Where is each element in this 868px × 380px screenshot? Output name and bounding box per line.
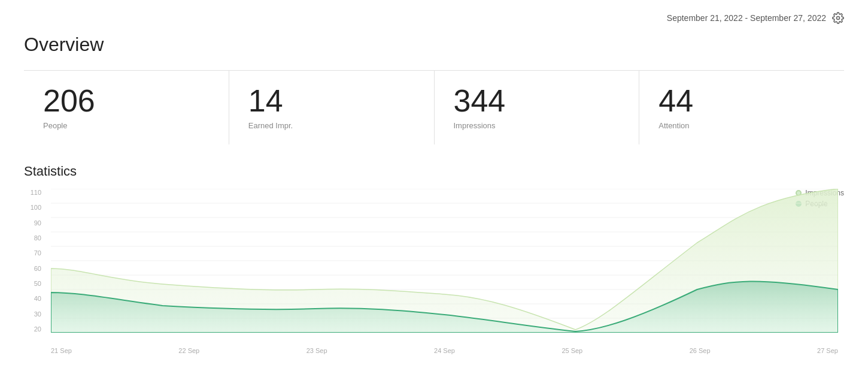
x-label-24sep: 24 Sep	[434, 347, 455, 354]
stat-impressions-label: Impressions	[454, 121, 620, 130]
stat-earned-impr-value: 14	[248, 85, 415, 116]
y-axis: 110 100 90 80 70 60 50 40 30 20	[24, 189, 45, 333]
y-label-70: 70	[24, 249, 45, 257]
stat-people-value: 206	[43, 85, 210, 116]
y-label-80: 80	[24, 234, 45, 242]
page-title: Overview	[24, 34, 844, 56]
y-label-60: 60	[24, 265, 45, 272]
chart-svg	[51, 189, 838, 333]
y-label-90: 90	[24, 219, 45, 227]
y-label-20: 20	[24, 325, 45, 333]
stat-impressions: 344 Impressions	[435, 71, 640, 144]
chart-container: Impressions People 110 100 90 80 70 60 5…	[24, 189, 844, 357]
gear-icon[interactable]	[832, 12, 844, 24]
stat-attention-value: 44	[658, 85, 825, 116]
stat-earned-impr-label: Earned Impr.	[248, 121, 415, 130]
x-label-27sep: 27 Sep	[817, 347, 838, 354]
x-label-22sep: 22 Sep	[178, 347, 199, 354]
date-range: September 21, 2022 - September 27, 2022	[667, 13, 826, 23]
y-label-50: 50	[24, 280, 45, 287]
y-label-110: 110	[24, 189, 45, 196]
chart-title: Statistics	[24, 164, 844, 179]
y-label-40: 40	[24, 295, 45, 302]
stat-people: 206 People	[24, 71, 229, 144]
stat-people-label: People	[43, 121, 210, 130]
x-label-25sep: 25 Sep	[562, 347, 582, 354]
svg-point-0	[837, 17, 840, 20]
chart-area: Impressions People 110 100 90 80 70 60 5…	[24, 189, 844, 345]
x-axis: 21 Sep 22 Sep 23 Sep 24 Sep 25 Sep 26 Se…	[24, 347, 844, 354]
stat-earned-impr: 14 Earned Impr.	[229, 71, 435, 144]
header: September 21, 2022 - September 27, 2022	[24, 12, 844, 24]
stat-attention: 44 Attention	[639, 71, 844, 144]
stats-row: 206 People 14 Earned Impr. 344 Impressio…	[24, 70, 844, 144]
stat-attention-label: Attention	[658, 121, 825, 130]
x-label-23sep: 23 Sep	[306, 347, 327, 354]
x-label-21sep: 21 Sep	[51, 347, 72, 354]
x-label-26sep: 26 Sep	[690, 347, 711, 354]
y-label-100: 100	[24, 204, 45, 211]
stat-impressions-value: 344	[454, 85, 620, 116]
y-label-30: 30	[24, 310, 45, 318]
